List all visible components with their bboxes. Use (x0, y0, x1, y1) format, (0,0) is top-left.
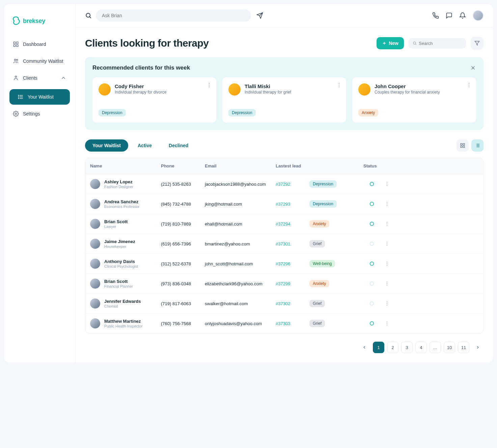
grid-view-button[interactable] (457, 139, 469, 152)
sidebar-item-settings[interactable]: Settings (9, 106, 70, 122)
topbar (76, 4, 493, 27)
more-icon[interactable] (206, 82, 212, 88)
list-view-button[interactable] (471, 139, 484, 152)
search-icon[interactable] (85, 12, 92, 19)
svg-rect-2 (13, 45, 15, 47)
row-lead-link[interactable]: #37292 (276, 182, 309, 187)
table-row[interactable]: Brian Scott Lawyer (719) 810-7869 ehall@… (85, 214, 483, 234)
recommended-card[interactable]: John Cooper Couples therapy for financia… (352, 77, 476, 123)
chat-icon[interactable] (446, 12, 452, 19)
table-row[interactable]: Jennifer Edwards Chemist (719) 817-6063 … (85, 294, 483, 314)
row-job: Financial Planner (104, 284, 133, 288)
row-job: Public Health Inspector (104, 324, 142, 328)
user-avatar[interactable] (473, 10, 484, 21)
svg-point-11 (18, 97, 19, 97)
tab-active[interactable]: Active (130, 139, 159, 152)
logo[interactable]: breksey (9, 11, 70, 36)
status-icon (369, 321, 375, 326)
row-lead-link[interactable]: #37296 (276, 261, 309, 266)
tag: Anxiety (309, 220, 329, 228)
search-box[interactable] (409, 38, 466, 49)
svg-point-75 (387, 325, 387, 325)
row-more-button[interactable] (380, 321, 394, 326)
pagination-page[interactable]: 11 (458, 342, 469, 353)
sidebar: breksey Dashboard Community Waitlist Cli… (4, 4, 76, 363)
row-more-button[interactable] (380, 221, 394, 227)
row-lead-link[interactable]: #37302 (276, 301, 309, 306)
tag: Grief (309, 320, 325, 327)
tab-declined[interactable]: Declined (161, 139, 196, 152)
row-lead-link[interactable]: #37303 (276, 321, 309, 326)
svg-point-10 (18, 95, 19, 96)
row-more-button[interactable] (380, 261, 394, 266)
filter-button[interactable] (471, 37, 484, 50)
recommended-card[interactable]: Tlalli Miski Individual therapy for grie… (222, 77, 346, 123)
row-more-button[interactable] (380, 241, 394, 246)
svg-point-51 (387, 205, 387, 206)
recommended-panel: Recommended clients for this week Cody F… (85, 57, 484, 130)
status-icon (369, 221, 375, 227)
search-input[interactable] (419, 41, 462, 46)
avatar (90, 219, 100, 229)
svg-point-45 (387, 182, 387, 183)
new-button[interactable]: New (377, 37, 404, 49)
svg-marker-22 (475, 41, 479, 45)
row-email: swalker@hotmail.com (205, 301, 276, 306)
row-lead-link[interactable]: #37301 (276, 241, 309, 246)
sidebar-item-clients[interactable]: Clients (9, 70, 70, 86)
svg-point-66 (387, 283, 387, 284)
clients-table: Name Phone Email Lastest lead Status Ash… (85, 158, 484, 334)
svg-point-27 (209, 86, 210, 87)
gear-icon (13, 111, 19, 117)
tab-your-waitlist[interactable]: Your Waitlist (85, 139, 128, 152)
th-name: Name (90, 163, 161, 168)
svg-rect-0 (13, 42, 15, 44)
status-icon (369, 281, 375, 286)
status-icon (369, 261, 375, 266)
more-icon[interactable] (336, 82, 342, 88)
pagination-page[interactable]: 1 (373, 342, 384, 353)
send-icon[interactable] (256, 12, 263, 19)
row-lead-link[interactable]: #37299 (276, 281, 309, 286)
svg-point-69 (387, 301, 387, 302)
sidebar-item-your-waitlist[interactable]: Your Waitlist (9, 89, 70, 105)
svg-point-12 (18, 98, 19, 99)
table-row[interactable]: Ashley Lopez Fashion Designer (212) 535-… (85, 174, 483, 194)
ask-input[interactable] (96, 9, 251, 22)
pagination-page[interactable]: 10 (444, 342, 455, 353)
table-row[interactable]: Brian Scott Financial Planner (973) 836-… (85, 274, 483, 294)
row-email: jacobjackson1988@yahoo.com (205, 182, 276, 187)
row-lead-link[interactable]: #37294 (276, 221, 309, 227)
close-icon[interactable] (470, 65, 476, 71)
row-more-button[interactable] (380, 281, 394, 286)
table-row[interactable]: Jaime Jimenez Housekeeper (619) 656-7396… (85, 234, 483, 254)
table-row[interactable]: Matthew Martinez Public Health Inspector… (85, 314, 483, 333)
sidebar-item-community-waitlist[interactable]: Community Waitlist (9, 53, 70, 69)
svg-point-46 (387, 184, 387, 184)
more-icon[interactable] (466, 82, 472, 88)
table-row[interactable]: Anthony Davis Clinical Psychologist (312… (85, 254, 483, 274)
sidebar-item-dashboard[interactable]: Dashboard (9, 36, 70, 52)
svg-point-61 (387, 262, 387, 262)
row-more-button[interactable] (380, 201, 394, 207)
svg-point-74 (387, 323, 387, 324)
tag: Grief (309, 300, 325, 307)
th-lead: Lastest lead (276, 163, 309, 168)
recommended-card[interactable]: Cody Fisher Individual therapy for divor… (92, 77, 216, 123)
pagination-prev[interactable] (359, 342, 370, 353)
row-more-button[interactable] (380, 301, 394, 306)
tag: Depression (99, 109, 126, 116)
row-name: Andrea Sanchez (104, 199, 139, 204)
pagination-page[interactable]: 4 (415, 342, 427, 353)
row-lead-link[interactable]: #37293 (276, 202, 309, 207)
pagination-next[interactable] (472, 342, 484, 353)
bell-icon[interactable] (459, 12, 466, 19)
tag: Anxiety (309, 280, 329, 287)
row-phone: (760) 756-7568 (161, 321, 205, 326)
table-row[interactable]: Andrea Sanchez Economics Professor (845)… (85, 194, 483, 214)
phone-icon[interactable] (432, 12, 439, 19)
row-more-button[interactable] (380, 181, 394, 187)
pagination-page[interactable]: 2 (387, 342, 398, 353)
row-email: onlyjoshuadavis@yahoo.com (205, 321, 276, 326)
pagination-page[interactable]: 3 (401, 342, 413, 353)
